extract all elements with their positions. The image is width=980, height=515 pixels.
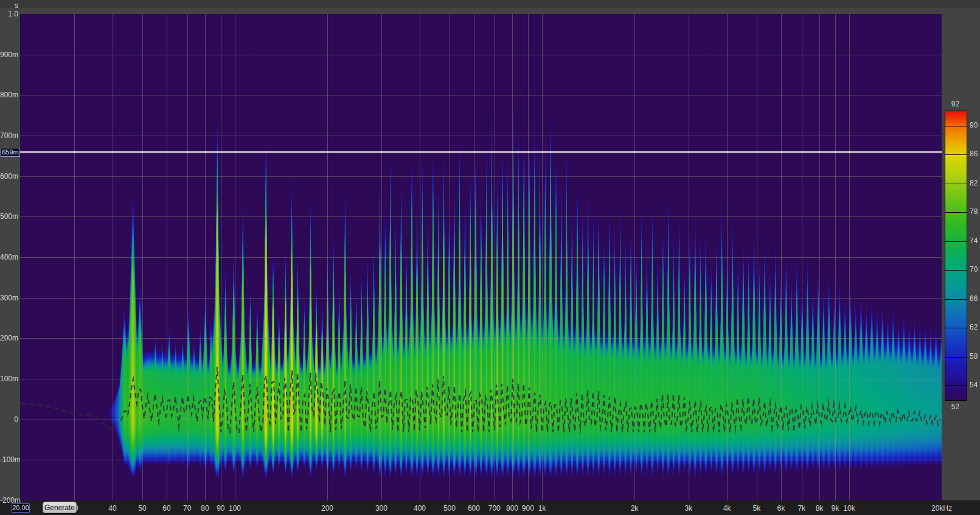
x-tick-label: 10k [843, 504, 855, 513]
legend-tick-label: 82 [970, 179, 978, 187]
legend-tick-label: 54 [970, 381, 978, 389]
time-cursor-line[interactable] [20, 151, 942, 153]
x-tick-label: 100 [229, 504, 241, 513]
legend-tick-label: 58 [970, 352, 978, 361]
y-tick-label: 0 [0, 415, 18, 424]
x-tick-label: 90 [217, 504, 224, 513]
x-tick-label: 60 [162, 504, 170, 513]
y-tick-label: 500m [0, 212, 18, 221]
x-tick-label: 3k [685, 504, 693, 513]
y-tick-label: 700m [0, 131, 18, 140]
y-tick-label: 600m [0, 172, 18, 181]
y-tick-label: 800m [0, 91, 18, 99]
y-tick-label: 300m [0, 294, 18, 302]
color-scale-legend: 92 90868278747066625854 52 [937, 97, 980, 413]
y-axis-unit-label: s [0, 1, 18, 10]
legend-tick-label: 86 [970, 150, 978, 158]
legend-tick-label: 90 [970, 121, 978, 130]
x-tick-label: 8k [816, 504, 824, 513]
x-tick-label: 50 [138, 504, 146, 513]
y-tick-label: 400m [0, 253, 18, 261]
x-tick-label: 20kHz [931, 504, 952, 513]
y-tick-label: 200m [0, 334, 18, 342]
x-tick-label: 7k [798, 504, 805, 513]
x-tick-label: 500 [443, 504, 456, 513]
x-tick-label: 200 [321, 504, 333, 513]
x-tick-label: 2k [631, 504, 639, 513]
x-tick-label: 80 [201, 504, 209, 513]
y-tick-label: 1.0 [0, 10, 18, 18]
top-margin [0, 0, 980, 8]
x-tick-label: 4k [723, 504, 731, 513]
spectrogram-window: s 1.0900m800m700m600m500m400m300m200m100… [0, 0, 980, 515]
legend-tick-label: 74 [970, 237, 978, 245]
x-tick-label: 1k [538, 504, 546, 513]
x-tick-label: 400 [414, 504, 426, 513]
time-cursor-readout: 659m [1, 148, 20, 157]
x-tick-label: 600 [468, 504, 480, 513]
legend-tick-label: 70 [970, 265, 978, 274]
y-tick-label: 100m [0, 375, 18, 383]
x-tick-label: 9k [832, 504, 839, 513]
x-tick-label: 800 [506, 504, 518, 513]
y-tick-label: -100m [0, 455, 18, 464]
x-tick-label: 300 [375, 504, 387, 513]
x-tick-label: 70 [183, 504, 191, 513]
legend-tick-label: 78 [970, 207, 978, 216]
generate-button[interactable]: Generate [43, 502, 77, 513]
x-tick-label: 40 [108, 504, 116, 513]
x-tick-label: 700 [488, 504, 501, 513]
spectrogram-canvas[interactable] [20, 14, 942, 500]
legend-max-label: 92 [945, 100, 966, 108]
legend-tick-label: 66 [970, 294, 978, 303]
x-tick-label: 6k [777, 504, 785, 513]
legend-min-label: 52 [945, 403, 966, 411]
x-tick-label: 900 [522, 504, 534, 513]
legend-gradient-bar [945, 111, 967, 401]
x-tick-label: 5k [753, 504, 761, 513]
plot-region: Generate [20, 14, 942, 500]
legend-tick-label: 62 [970, 323, 978, 331]
y-tick-label: 900m [0, 50, 18, 59]
frequency-cursor-readout: 20.00 [12, 503, 30, 513]
